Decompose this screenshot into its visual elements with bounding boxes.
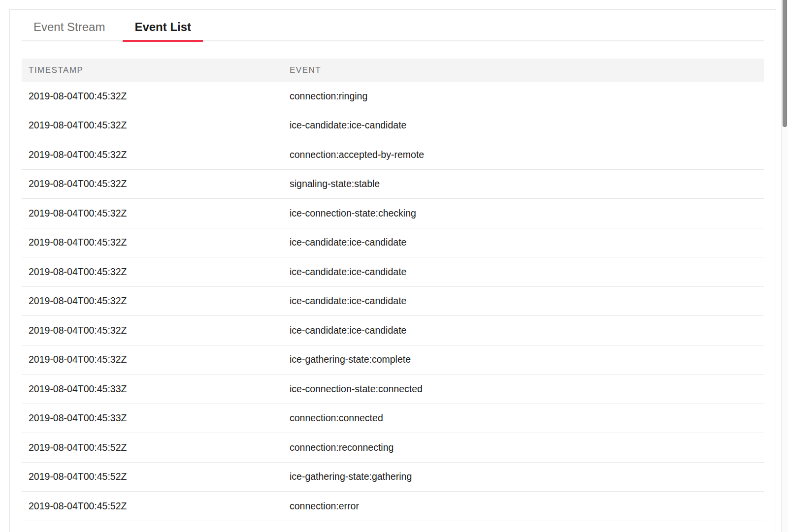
event-cell: ice-connection-state:connected	[283, 383, 764, 395]
timestamp-cell: 2019-08-04T00:45:32Z	[22, 178, 283, 189]
table-row: 2019-08-04T00:45:32Z ice-candidate:ice-c…	[22, 316, 764, 345]
table-row: 2019-08-04T00:45:32Z ice-gathering-state…	[22, 345, 764, 375]
event-monitor-card: Event Stream Event List TIMESTAMP EVENT …	[9, 9, 776, 532]
event-cell: ice-connection-state:checking	[283, 208, 764, 219]
table-row: 2019-08-04T00:45:32Z connection:accepted…	[22, 140, 764, 170]
event-cell: ice-candidate:ice-candidate	[283, 295, 764, 307]
event-cell: ice-candidate:ice-candidate	[283, 266, 764, 278]
scrollbar-track[interactable]	[781, 0, 788, 532]
timestamp-cell: 2019-08-04T00:45:32Z	[22, 266, 283, 278]
timestamp-cell: 2019-08-04T00:45:32Z	[22, 149, 283, 160]
event-cell: ice-candidate:ice-candidate	[283, 325, 764, 336]
timestamp-cell: 2019-08-04T00:45:32Z	[22, 354, 283, 365]
timestamp-cell: 2019-08-04T00:45:32Z	[22, 295, 283, 307]
timestamp-cell: 2019-08-04T00:45:32Z	[22, 325, 283, 336]
scrollbar-thumb[interactable]	[783, 0, 787, 127]
timestamp-cell: 2019-08-04T00:45:32Z	[22, 120, 283, 131]
event-cell: ice-gathering-state:complete	[283, 354, 764, 365]
table-header: TIMESTAMP EVENT	[22, 59, 764, 82]
page: Event Stream Event List TIMESTAMP EVENT …	[0, 0, 788, 532]
table-row: 2019-08-04T00:45:32Z ice-candidate:ice-c…	[22, 257, 764, 287]
table-row: 2019-08-04T00:45:52Z ice-gathering-state…	[22, 463, 764, 492]
table-row: 2019-08-04T00:45:32Z ice-connection-stat…	[22, 199, 764, 228]
event-cell: ice-candidate:ice-candidate	[283, 120, 764, 131]
tab-event-stream[interactable]: Event Stream	[22, 20, 117, 40]
timestamp-cell: 2019-08-04T00:45:32Z	[22, 237, 283, 248]
event-cell: connection:reconnecting	[283, 442, 764, 453]
table-row: 2019-08-04T00:45:32Z connection:ringing	[22, 82, 764, 111]
table-row: 2019-08-04T00:45:33Z ice-connection-stat…	[22, 375, 764, 404]
tab-event-list[interactable]: Event List	[123, 20, 203, 40]
table-row: 2019-08-04T00:45:32Z ice-candidate:ice-c…	[22, 287, 764, 316]
event-cell: ice-candidate:ice-candidate	[283, 237, 764, 248]
event-cell: connection:accepted-by-remote	[283, 149, 764, 160]
event-cell: connection:ringing	[283, 91, 764, 102]
event-cell: ice-gathering-state:gathering	[283, 471, 764, 482]
timestamp-cell: 2019-08-04T00:45:32Z	[22, 91, 283, 102]
timestamp-cell: 2019-08-04T00:45:32Z	[22, 208, 283, 219]
table-row: 2019-08-04T00:45:32Z ice-candidate:ice-c…	[22, 111, 764, 141]
table-row: 2019-08-04T00:45:32Z ice-candidate:ice-c…	[22, 228, 764, 258]
table-row: 2019-08-04T00:45:33Z connection:connecte…	[22, 404, 764, 434]
timestamp-cell: 2019-08-04T00:45:52Z	[22, 501, 283, 512]
event-cell: connection:connected	[283, 412, 764, 424]
event-cell: signaling-state:stable	[283, 178, 764, 189]
table-row: 2019-08-04T00:45:32Z signaling-state:sta…	[22, 170, 764, 199]
timestamp-cell: 2019-08-04T00:45:52Z	[22, 471, 283, 482]
timestamp-cell: 2019-08-04T00:45:52Z	[22, 442, 283, 453]
event-cell: connection:error	[283, 501, 764, 512]
table-body: 2019-08-04T00:45:32Z connection:ringing …	[22, 82, 764, 521]
timestamp-cell: 2019-08-04T00:45:33Z	[22, 383, 283, 395]
table-row: 2019-08-04T00:45:52Z connection:error	[22, 492, 764, 521]
column-header-timestamp: TIMESTAMP	[22, 65, 283, 75]
table-row: 2019-08-04T00:45:52Z connection:reconnec…	[22, 433, 764, 463]
event-table: TIMESTAMP EVENT 2019-08-04T00:45:32Z con…	[22, 59, 764, 521]
column-header-event: EVENT	[283, 65, 764, 75]
timestamp-cell: 2019-08-04T00:45:33Z	[22, 412, 283, 424]
tab-bar: Event Stream Event List	[22, 20, 764, 41]
